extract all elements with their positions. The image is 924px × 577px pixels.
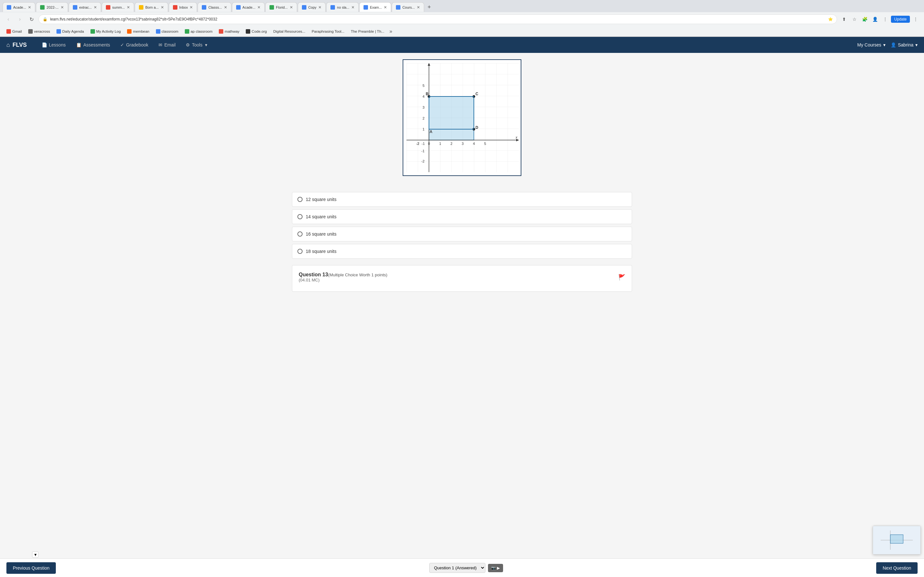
menu-button[interactable]: ⋮: [881, 15, 890, 24]
user-icon: 👤: [891, 42, 896, 47]
question-dropdown[interactable]: Question 1 (Answered): [429, 563, 485, 566]
browser-actions: ⬆ ☆ 🧩 👤 ⋮ Update ⋮: [840, 15, 920, 24]
back-button[interactable]: ‹: [4, 15, 13, 24]
reload-button[interactable]: ↻: [27, 15, 36, 24]
coordinate-graph: -2 -2 1 2 3 4 5 -1 0 1 2 3 4 5: [407, 63, 519, 172]
answer-choice-b[interactable]: 14 square units: [292, 210, 632, 224]
profile-button[interactable]: 👤: [871, 15, 879, 24]
content-wrapper: -2 -2 1 2 3 4 5 -1 0 1 2 3 4 5: [286, 59, 638, 292]
scroll-down-icon: ▾: [34, 552, 37, 557]
tools-icon: ⚙: [186, 42, 190, 47]
tab-copy[interactable]: Copy ✕: [298, 2, 326, 12]
app-navbar: ⌂ FLVS 📄 Lessons 📋 Assessments ✓ Gradebo…: [0, 37, 924, 53]
bookmark-button[interactable]: ☆: [850, 15, 859, 24]
tab-acade2[interactable]: Acade... ✕: [232, 2, 265, 12]
radio-b[interactable]: [297, 214, 302, 219]
tab-2022[interactable]: 2022-... ✕: [36, 2, 68, 12]
forward-button[interactable]: ›: [15, 15, 24, 24]
tab-inbox[interactable]: Inbox ✕: [169, 2, 197, 12]
answer-choice-d[interactable]: 18 square units: [292, 244, 632, 259]
bookmark-preamble[interactable]: The Preamble | Th...: [348, 29, 387, 34]
bookmark-codeorg[interactable]: Code.org: [243, 28, 269, 35]
app-logo[interactable]: ⌂ FLVS: [6, 42, 27, 48]
tab-florid[interactable]: Florid... ✕: [265, 2, 297, 12]
flag-icon[interactable]: 🚩: [618, 274, 625, 281]
bookmark-ap-classroom[interactable]: ap classroom: [182, 28, 215, 35]
bookmark-veracross[interactable]: veracross: [26, 28, 53, 35]
svg-text:A: A: [430, 129, 433, 134]
tab-cours[interactable]: Cours... ✕: [392, 2, 424, 12]
nav-lessons[interactable]: 📄 Lessons: [37, 37, 71, 53]
answer-choice-c[interactable]: 16 square units: [292, 227, 632, 242]
svg-text:2: 2: [451, 142, 452, 145]
question-13-label: Question 13(Multiple Choice Worth 1 poin…: [299, 272, 387, 277]
bookmark-digital-resources[interactable]: Digital Resources...: [271, 29, 308, 34]
thumbnail-inner: [873, 526, 921, 554]
bottom-bar: Previous Question Question 1 (Answered) …: [0, 558, 924, 566]
nav-email[interactable]: ✉ Email: [153, 37, 181, 53]
my-courses-dropdown-icon: ▾: [883, 42, 885, 47]
sabrina-link[interactable]: 👤 Sabrina ▾: [891, 42, 918, 47]
nav-assessments[interactable]: 📋 Assessments: [71, 37, 115, 53]
question-13-title-area: Question 13(Multiple Choice Worth 1 poin…: [299, 272, 387, 282]
nav-links: 📄 Lessons 📋 Assessments ✓ Gradebook ✉ Em…: [37, 37, 858, 53]
svg-text:1: 1: [439, 142, 441, 145]
question-13-topic: (04.01 MC): [299, 277, 387, 282]
svg-text:5: 5: [423, 84, 425, 87]
next-question-button[interactable]: Next Question: [876, 562, 918, 566]
radio-c[interactable]: [297, 231, 302, 237]
more-button[interactable]: ⋮: [911, 15, 920, 24]
bookmarks-more-button[interactable]: »: [388, 28, 394, 35]
svg-text:x: x: [515, 135, 517, 139]
bookmark-gmail[interactable]: Gmail: [4, 28, 24, 35]
share-button[interactable]: ⬆: [840, 15, 849, 24]
scroll-indicator[interactable]: ▾: [32, 551, 39, 558]
camera-button[interactable]: 📷 ▶: [488, 564, 503, 566]
url-text: learn.flvs.net/educator/student/examform…: [50, 17, 825, 21]
question-selector: Question 1 (Answered) 📷 ▶: [429, 563, 503, 566]
bookmark-paraphrasing[interactable]: Paraphrasing Tool...: [309, 29, 347, 34]
svg-text:1: 1: [423, 127, 425, 131]
radio-a[interactable]: [297, 197, 302, 202]
answer-choice-a[interactable]: 12 square units: [292, 192, 632, 207]
address-bar[interactable]: 🔒 learn.flvs.net/educator/student/examfo…: [39, 15, 837, 24]
bookmark-membean[interactable]: membean: [124, 28, 152, 35]
svg-text:D: D: [475, 125, 478, 130]
lessons-icon: 📄: [42, 42, 47, 47]
svg-text:-1: -1: [421, 149, 425, 153]
answer-text-d: 18 square units: [306, 249, 336, 254]
nav-gradebook[interactable]: ✓ Gradebook: [115, 37, 153, 53]
svg-rect-34: [890, 535, 903, 543]
svg-text:4: 4: [423, 95, 425, 98]
gradebook-icon: ✓: [120, 42, 124, 47]
svg-text:-2: -2: [421, 159, 425, 163]
question-13-section: Question 13(Multiple Choice Worth 1 poin…: [292, 265, 632, 292]
previous-question-button[interactable]: Previous Question: [6, 562, 56, 566]
main-content: -2 -2 1 2 3 4 5 -1 0 1 2 3 4 5: [0, 53, 924, 566]
tools-dropdown-icon: ▾: [205, 42, 207, 47]
bookmark-daily-agenda[interactable]: Daily Agenda: [54, 28, 87, 35]
extensions-button[interactable]: 🧩: [860, 15, 869, 24]
answer-text-a: 12 square units: [306, 197, 336, 202]
tab-extrac[interactable]: extrac... ✕: [69, 2, 101, 12]
bookmark-classroom[interactable]: classroom: [153, 28, 181, 35]
update-button[interactable]: Update: [891, 16, 910, 23]
tab-summ[interactable]: summ... ✕: [102, 2, 134, 12]
nav-tools[interactable]: ⚙ Tools ▾: [181, 37, 212, 53]
tab-born[interactable]: Born a... ✕: [135, 2, 168, 12]
bookmark-my-activity-log[interactable]: My Activity Log: [88, 28, 124, 35]
svg-text:5: 5: [484, 142, 486, 145]
tab-acade1[interactable]: Acade... ✕: [3, 2, 35, 12]
tab-class1[interactable]: Classs... ✕: [198, 2, 231, 12]
my-courses-link[interactable]: My Courses ▾: [857, 42, 885, 47]
sabrina-dropdown-icon: ▾: [915, 42, 918, 47]
bookmark-mathway[interactable]: mathway: [216, 28, 242, 35]
new-tab-button[interactable]: +: [425, 3, 434, 11]
tab-exam[interactable]: Exam... ✕: [359, 2, 391, 12]
tab-nosla[interactable]: no sla... ✕: [326, 2, 359, 12]
svg-text:-1: -1: [422, 142, 425, 145]
email-icon: ✉: [158, 42, 162, 47]
answer-text-b: 14 square units: [306, 214, 336, 219]
browser-chrome: Acade... ✕ 2022-... ✕ extrac... ✕ summ..…: [0, 0, 924, 37]
radio-d[interactable]: [297, 249, 302, 254]
